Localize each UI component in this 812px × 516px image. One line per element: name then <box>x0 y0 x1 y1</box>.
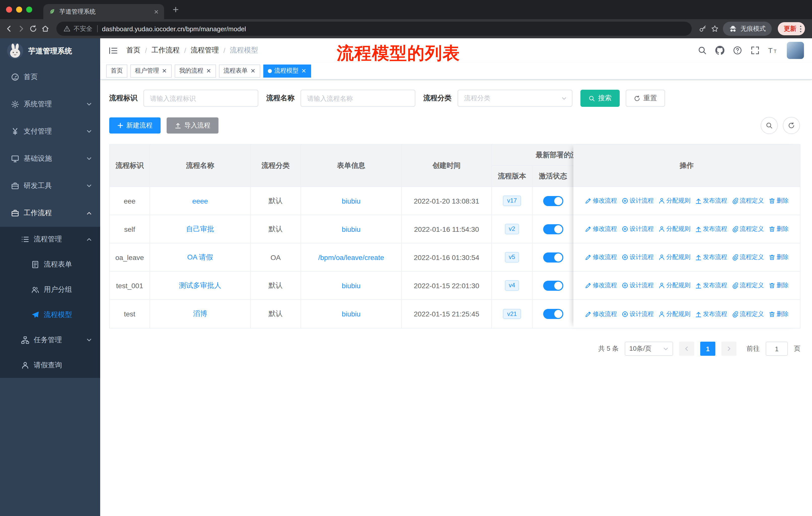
sidebar-item-leave-query[interactable]: 请假查询 <box>0 353 100 378</box>
design-process-link[interactable]: 设计流程 <box>621 310 654 318</box>
new-tab-button[interactable] <box>169 3 182 16</box>
sidebar-item-payment[interactable]: 支付管理 <box>0 118 100 145</box>
browser-menu-icon[interactable] <box>800 25 802 32</box>
design-process-link[interactable]: 设计流程 <box>621 196 654 205</box>
bookmark-icon[interactable] <box>711 25 719 33</box>
sidebar-item-process-management[interactable]: 流程管理 <box>0 227 100 252</box>
edit-process-link[interactable]: 修改流程 <box>585 310 617 318</box>
import-process-button[interactable]: 导入流程 <box>167 117 219 134</box>
publish-process-link[interactable]: 发布流程 <box>695 253 727 262</box>
close-window-button[interactable] <box>6 6 12 12</box>
edit-process-link[interactable]: 修改流程 <box>585 253 617 262</box>
tag-close-icon[interactable] <box>301 68 307 74</box>
process-name-link[interactable]: OA 请假 <box>150 243 251 271</box>
design-process-link[interactable]: 设计流程 <box>621 253 654 262</box>
browser-back-button[interactable] <box>5 25 13 33</box>
tag-tenant-management[interactable]: 租户管理 <box>130 64 172 77</box>
browser-update-button[interactable]: 更新 <box>778 22 805 35</box>
process-definition-link[interactable]: 流程定义 <box>732 310 764 318</box>
form-info-link[interactable]: /bpm/oa/leave/create <box>301 243 402 271</box>
sidebar-item-infrastructure[interactable]: 基础设施 <box>0 145 100 172</box>
reset-button[interactable]: 重置 <box>626 90 665 107</box>
process-name-link[interactable]: eeee <box>150 187 251 215</box>
user-avatar[interactable] <box>787 42 804 59</box>
form-info-link[interactable]: biubiu <box>301 272 402 299</box>
assign-rule-link[interactable]: 分配规则 <box>658 225 690 233</box>
assign-rule-link[interactable]: 分配规则 <box>658 253 690 262</box>
tag-close-icon[interactable] <box>206 68 211 74</box>
process-name-link[interactable]: 自己审批 <box>150 215 251 243</box>
assign-rule-link[interactable]: 分配规则 <box>658 310 690 318</box>
maximize-window-button[interactable] <box>26 6 32 12</box>
header-search-icon[interactable] <box>698 46 707 55</box>
sidebar-item-dev-tools[interactable]: 研发工具 <box>0 172 100 199</box>
active-toggle[interactable] <box>543 196 563 206</box>
browser-home-button[interactable] <box>41 25 49 33</box>
active-toggle[interactable] <box>543 252 563 262</box>
edit-process-link[interactable]: 修改流程 <box>585 225 617 233</box>
assign-rule-link[interactable]: 分配规则 <box>658 196 690 205</box>
publish-process-link[interactable]: 发布流程 <box>695 225 727 233</box>
tag-home[interactable]: 首页 <box>106 64 127 77</box>
process-category-select[interactable]: 流程分类 <box>458 90 572 107</box>
design-process-link[interactable]: 设计流程 <box>621 281 654 290</box>
tab-close-icon[interactable] <box>153 9 159 15</box>
github-icon[interactable] <box>715 46 724 55</box>
tag-process-model[interactable]: 流程模型 <box>263 64 311 77</box>
active-toggle[interactable] <box>543 280 563 291</box>
sidebar-collapse-button[interactable] <box>108 46 118 55</box>
minimize-window-button[interactable] <box>16 6 22 12</box>
browser-tab[interactable]: 芋道管理系统 <box>43 4 164 19</box>
delete-process-link[interactable]: 删除 <box>768 281 789 290</box>
process-definition-link[interactable]: 流程定义 <box>732 196 764 205</box>
tag-close-icon[interactable] <box>250 68 256 74</box>
page-size-select[interactable]: 10条/页 <box>625 342 673 356</box>
sidebar-item-workflow[interactable]: 工作流程 <box>0 199 100 227</box>
active-toggle[interactable] <box>543 224 563 234</box>
page-1-button[interactable]: 1 <box>700 342 715 356</box>
prev-page-button[interactable] <box>679 342 694 356</box>
sidebar-item-user-group[interactable]: 用户分组 <box>0 277 100 302</box>
font-size-icon[interactable]: TT <box>768 45 778 55</box>
create-process-button[interactable]: 新建流程 <box>109 117 161 134</box>
process-definition-link[interactable]: 流程定义 <box>732 253 764 262</box>
breadcrumb-item-1[interactable]: 首页 <box>126 46 141 55</box>
process-name-input[interactable] <box>300 90 415 107</box>
help-icon[interactable] <box>733 46 742 55</box>
tag-process-form[interactable]: 流程表单 <box>219 64 260 77</box>
form-info-link[interactable]: biubiu <box>301 215 402 243</box>
address-bar[interactable]: 不安全 dashboard.yudao.iocoder.cn/bpm/manag… <box>56 22 692 36</box>
next-page-button[interactable] <box>721 342 736 356</box>
security-warning-icon[interactable] <box>63 25 70 32</box>
browser-forward-button[interactable] <box>17 25 25 33</box>
breadcrumb-item-2[interactable]: 工作流程 <box>151 46 180 55</box>
process-definition-link[interactable]: 流程定义 <box>732 225 764 233</box>
delete-process-link[interactable]: 删除 <box>768 225 789 233</box>
publish-process-link[interactable]: 发布流程 <box>695 196 727 205</box>
sidebar-item-home[interactable]: 首页 <box>0 63 100 91</box>
assign-rule-link[interactable]: 分配规则 <box>658 281 690 290</box>
active-toggle[interactable] <box>543 309 563 319</box>
delete-process-link[interactable]: 删除 <box>768 253 789 262</box>
delete-process-link[interactable]: 删除 <box>768 310 789 318</box>
refresh-table-button[interactable] <box>783 117 800 134</box>
design-process-link[interactable]: 设计流程 <box>621 225 654 233</box>
sidebar-item-system[interactable]: 系统管理 <box>0 91 100 118</box>
sidebar-item-task-management[interactable]: 任务管理 <box>0 328 100 353</box>
delete-process-link[interactable]: 删除 <box>768 196 789 205</box>
fullscreen-icon[interactable] <box>751 46 760 55</box>
process-name-link[interactable]: 测试多审批人 <box>150 272 251 299</box>
edit-process-link[interactable]: 修改流程 <box>585 196 617 205</box>
show-search-button[interactable] <box>761 117 778 134</box>
publish-process-link[interactable]: 发布流程 <box>695 281 727 290</box>
process-id-input[interactable] <box>143 90 258 107</box>
tag-close-icon[interactable] <box>162 68 167 74</box>
publish-process-link[interactable]: 发布流程 <box>695 310 727 318</box>
form-info-link[interactable]: biubiu <box>301 187 402 215</box>
password-manager-icon[interactable] <box>699 25 707 33</box>
browser-reload-button[interactable] <box>29 25 37 33</box>
sidebar-item-process-form[interactable]: 流程表单 <box>0 252 100 277</box>
form-info-link[interactable]: biubiu <box>301 300 402 328</box>
goto-page-input[interactable] <box>766 342 788 356</box>
search-button[interactable]: 搜索 <box>580 90 620 107</box>
